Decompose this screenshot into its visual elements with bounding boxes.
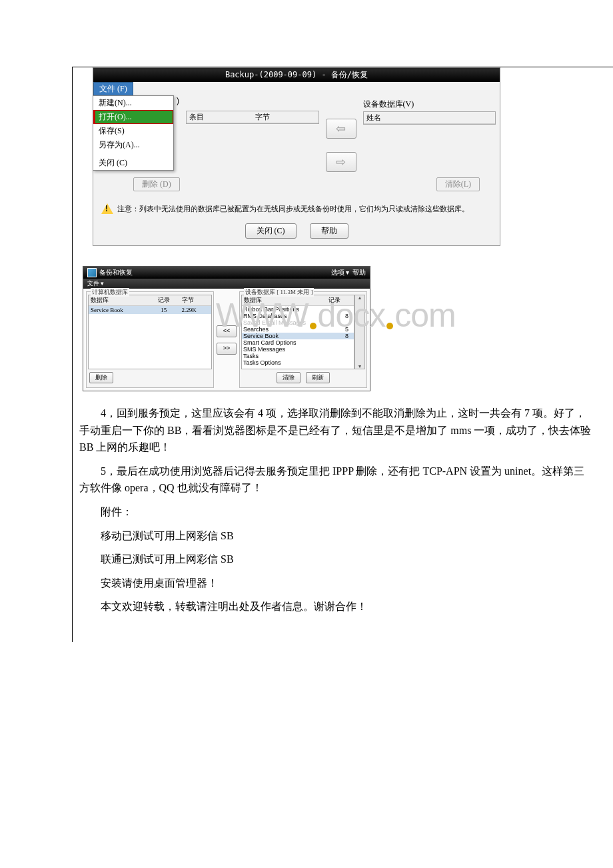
list-item[interactable]: RMS Databases8 bbox=[242, 313, 354, 319]
col-bytes: 字节 bbox=[253, 111, 318, 123]
paragraph: 安装请使用桌面管理器！ bbox=[79, 575, 593, 592]
th-rec: 记录 bbox=[148, 295, 180, 305]
file-menu-bar[interactable]: 文件 ▾ bbox=[83, 279, 370, 289]
backup-restore-dialog: Backup-(2009-09-09) - 备份/恢复 文件 (F) 新建(N)… bbox=[93, 67, 500, 246]
menu-close[interactable]: 关闭 (C) bbox=[93, 156, 173, 170]
article-text: 4，回到服务预定，这里应该会有 4 项，选择取消删除到不能取消删除为止，这时一共… bbox=[73, 391, 613, 615]
list-item[interactable]: Ribbon Bar Positions bbox=[242, 306, 354, 313]
device-db-label: 设备数据库(V) bbox=[363, 99, 496, 110]
device-db-group: 设备数据库 [ 11.3M 未用 ] 数据库 记录 Ribbon Bar Pos… bbox=[239, 291, 367, 388]
list-item[interactable]: Tasks Options bbox=[242, 359, 354, 366]
device-db-table: 数据库 记录 Ribbon Bar Positions RMS Database… bbox=[241, 295, 354, 369]
watermark-right: com bbox=[394, 296, 455, 335]
paragraph: 附件： bbox=[79, 503, 593, 521]
watermark-dot-icon bbox=[386, 323, 393, 329]
list-item[interactable]: Service Book8 bbox=[242, 333, 354, 339]
warning-icon bbox=[101, 203, 113, 214]
menu-save[interactable]: 保存(S) bbox=[93, 124, 173, 138]
device-db-legend: 设备数据库 [ 11.3M 未用 ] bbox=[244, 288, 314, 297]
list-item[interactable]: Smart Card Options bbox=[242, 339, 354, 346]
backup-restore-small-dialog: 备份和恢复 选项 ▾ 帮助 文件 ▾ 计算机数据库 数据库 记录 bbox=[83, 266, 370, 391]
th-bytes: 字节 bbox=[180, 295, 212, 305]
delete-button[interactable]: 删除 (D) bbox=[133, 177, 180, 191]
left-column-headers: 条目 字节 bbox=[187, 111, 318, 123]
menu-open[interactable]: 打开(O)... bbox=[93, 110, 173, 124]
list-item[interactable]: Saved Email Messages bbox=[242, 319, 354, 326]
document-frame: Backup-(2009-09-09) - 备份/恢复 文件 (F) 新建(N)… bbox=[72, 67, 613, 642]
list-item[interactable]: SMS Messages bbox=[242, 346, 354, 353]
scrollbar[interactable]: ▲ ▼ bbox=[354, 295, 365, 369]
warning-text: 注意：列表中无法使用的数据库已被配置为在无线同步或无线备份时使用，它们均为只读或… bbox=[117, 204, 469, 214]
th-rec-2: 记录 bbox=[315, 295, 354, 305]
computer-db-table: 数据库 记录 字节 Service Book 15 2.29K bbox=[88, 295, 212, 369]
paragraph: 移动已测试可用上网彩信 SB bbox=[79, 527, 593, 545]
move-right-button[interactable]: >> bbox=[217, 343, 237, 355]
th-db: 数据库 bbox=[89, 295, 148, 305]
menu-new[interactable]: 新建(N)... bbox=[93, 96, 173, 110]
small-dialog-title: 备份和恢复 bbox=[99, 268, 133, 277]
paragraph: 5，最后在成功使用浏览器后记得去服务预定里把 IPPP 删除，还有把 TCP-A… bbox=[79, 463, 593, 497]
col-items: 条目 bbox=[187, 111, 253, 123]
small-dialog-titlebar: 备份和恢复 选项 ▾ 帮助 bbox=[83, 267, 370, 279]
computer-db-legend: 计算机数据库 bbox=[91, 288, 129, 297]
paragraph: 4，回到服务预定，这里应该会有 4 项，选择取消删除到不能取消删除为止，这时一共… bbox=[79, 405, 593, 456]
small-refresh-button[interactable]: 刷新 bbox=[306, 372, 330, 383]
move-left-button[interactable]: << bbox=[217, 325, 237, 337]
menu-saveas[interactable]: 另存为(A)... bbox=[93, 138, 173, 152]
clear-button[interactable]: 清除(L) bbox=[436, 177, 480, 191]
dialog-title: Backup-(2009-09-09) - 备份/恢复 bbox=[93, 68, 500, 82]
arrow-right-button[interactable]: ⇨ bbox=[326, 152, 356, 172]
list-item[interactable]: Searches5 bbox=[242, 326, 354, 333]
cell-rec: 15 bbox=[148, 306, 180, 314]
right-column-headers: 姓名 bbox=[364, 112, 496, 124]
transfer-arrows: ⇦ ⇨ bbox=[326, 119, 356, 172]
options-menu[interactable]: 选项 ▾ bbox=[331, 269, 350, 276]
right-panel: 姓名 bbox=[363, 111, 496, 125]
help-button[interactable]: 帮助 bbox=[310, 223, 348, 239]
file-menu-dropdown: 新建(N)... 打开(O)... 保存(S) 另存为(A)... 关闭 (C) bbox=[93, 95, 174, 171]
computer-db-group: 计算机数据库 数据库 记录 字节 Service Book 15 2.29K bbox=[86, 291, 214, 388]
warning-note: 注意：列表中无法使用的数据库已被配置为在无线同步或无线备份时使用，它们均为只读或… bbox=[93, 198, 500, 219]
small-clear-button[interactable]: 清除 bbox=[277, 372, 301, 383]
scroll-down-icon[interactable]: ▼ bbox=[355, 364, 364, 369]
list-item[interactable]: Tasks bbox=[242, 353, 354, 359]
col-name: 姓名 bbox=[364, 112, 496, 123]
small-delete-button[interactable]: 删除 bbox=[89, 372, 113, 383]
help-menu[interactable]: 帮助 bbox=[352, 269, 366, 276]
th-db-2: 数据库 bbox=[242, 295, 315, 305]
cell-db: Service Book bbox=[89, 306, 148, 314]
small-transfer-buttons: << >> bbox=[217, 291, 237, 388]
arrow-left-button[interactable]: ⇦ bbox=[326, 119, 356, 139]
cell-bytes: 2.29K bbox=[180, 306, 212, 314]
left-panel: 条目 字节 bbox=[186, 111, 319, 124]
paragraph: 本文欢迎转载，转载请注明出处及作者信息。谢谢合作！ bbox=[79, 598, 593, 615]
app-icon bbox=[87, 268, 97, 277]
paragraph: 联通已测试可用上网彩信 SB bbox=[79, 551, 593, 568]
scroll-up-icon[interactable]: ▲ bbox=[355, 295, 364, 300]
table-row[interactable]: Service Book 15 2.29K bbox=[89, 306, 211, 314]
close-button[interactable]: 关闭 (C) bbox=[245, 223, 297, 239]
file-menu-tab[interactable]: 文件 (F) bbox=[93, 82, 133, 96]
